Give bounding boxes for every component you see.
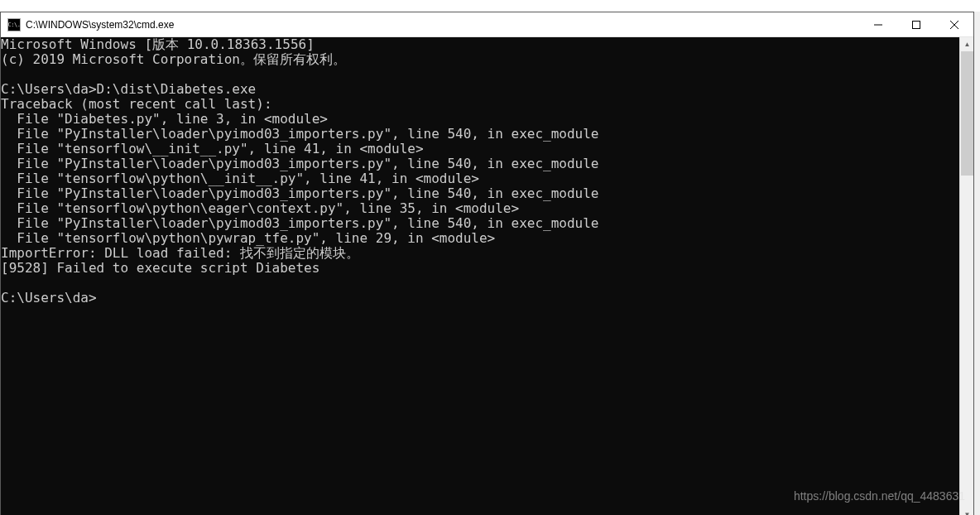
svg-rect-1 (913, 21, 920, 28)
maximize-button[interactable] (897, 12, 935, 36)
scroll-up-arrow[interactable]: ▲ (960, 37, 973, 51)
scroll-down-arrow[interactable]: ▼ (960, 508, 973, 515)
close-button[interactable] (935, 12, 973, 36)
titlebar: C:\. C:\WINDOWS\system32\cmd.exe (1, 12, 973, 37)
cmd-window: C:\. C:\WINDOWS\system32\cmd.exe Microso… (0, 12, 974, 515)
browser-tab-strip-fragment (0, 0, 980, 12)
terminal-output[interactable]: Microsoft Windows [版本 10.0.18363.1556] (… (1, 37, 959, 515)
vertical-scrollbar[interactable]: ▲ ▼ (959, 37, 973, 515)
cmd-icon: C:\. (7, 18, 21, 31)
minimize-button[interactable] (859, 12, 897, 36)
window-controls (859, 12, 973, 36)
window-title: C:\WINDOWS\system32\cmd.exe (26, 19, 859, 31)
scrollbar-thumb[interactable] (961, 51, 973, 176)
terminal-area: Microsoft Windows [版本 10.0.18363.1556] (… (1, 37, 973, 515)
